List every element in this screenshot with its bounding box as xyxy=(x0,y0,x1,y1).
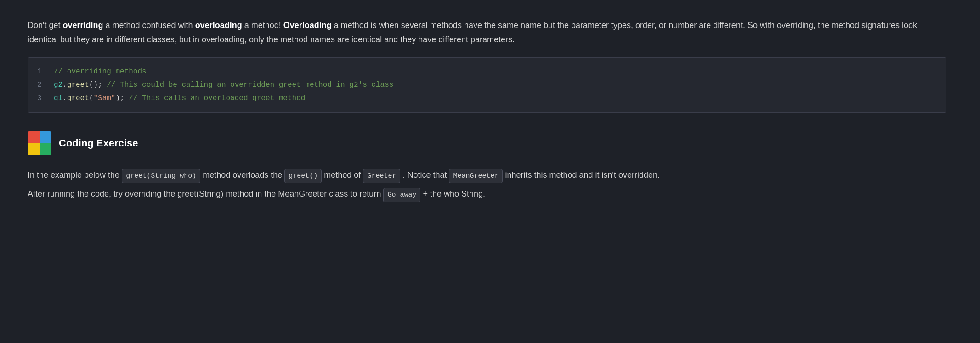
code-block: 1 // overriding methods 2 g2.greet(); //… xyxy=(28,57,946,112)
exercise-paragraph-2: After running the code, try overriding t… xyxy=(28,187,946,202)
inline-code-mean-greeter: MeanGreeter xyxy=(449,169,503,184)
bold-overloading: overloading xyxy=(195,21,242,30)
code-line-1: 1 // overriding methods xyxy=(37,65,937,79)
code-method-greet2: greet xyxy=(67,94,89,102)
code-comment-3: // This calls an overloaded greet method xyxy=(129,94,305,102)
code-line-2: 2 g2.greet(); // This could be calling a… xyxy=(37,79,937,92)
code-line-3: 3 g1.greet("Sam"); // This calls an over… xyxy=(37,92,937,105)
icon-cell-bl xyxy=(28,143,40,155)
bold-overloading2: Overloading xyxy=(283,21,332,30)
exercise-title: Coding Exercise xyxy=(59,135,138,151)
code-comment-1: // overriding methods xyxy=(54,65,147,79)
code-object-g1: g1 xyxy=(54,94,62,102)
inline-code-greet-string-who: greet(String who) xyxy=(122,169,200,184)
line-number-2: 2 xyxy=(37,79,46,92)
inline-code-greeter: Greeter xyxy=(363,169,400,184)
coding-exercise-icon xyxy=(28,131,51,155)
code-content-2: g2.greet(); // This could be calling an … xyxy=(54,79,393,92)
intro-paragraph: Don't get overriding a method confused w… xyxy=(28,18,946,46)
exercise-paragraph-1: In the example below the greet(String wh… xyxy=(28,168,946,184)
icon-cell-br xyxy=(40,143,51,155)
line-number-3: 3 xyxy=(37,92,46,105)
main-content: Don't get overriding a method confused w… xyxy=(28,18,946,202)
bold-overriding: overriding xyxy=(62,21,103,30)
line-number-1: 1 xyxy=(37,65,46,79)
code-method-greet1: greet xyxy=(67,81,89,89)
icon-cell-tl xyxy=(28,131,40,143)
code-parens-1: (); xyxy=(89,81,107,89)
code-content-3: g1.greet("Sam"); // This calls an overlo… xyxy=(54,92,305,105)
inline-code-greet-empty: greet() xyxy=(284,169,322,184)
coding-exercise-header: Coding Exercise xyxy=(28,131,946,155)
code-object-g2: g2 xyxy=(54,81,62,89)
code-string-sam: "Sam" xyxy=(93,94,115,102)
icon-cell-tr xyxy=(40,131,51,143)
code-comment-2: // This could be calling an overridden g… xyxy=(107,81,393,89)
inline-code-go-away: Go away xyxy=(383,188,420,202)
